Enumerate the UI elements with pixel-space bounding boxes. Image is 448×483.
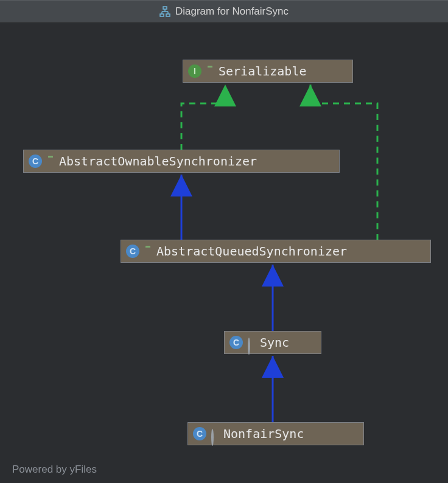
visibility-private-icon xyxy=(211,430,219,437)
visibility-package-icon xyxy=(144,248,152,255)
visibility-private-icon xyxy=(248,339,255,346)
inner-class-icon: C xyxy=(193,427,206,440)
diagram-icon xyxy=(159,6,170,17)
visibility-package-icon xyxy=(206,68,214,75)
node-label: AbstractOwnableSynchronizer xyxy=(59,154,257,169)
visibility-package-icon xyxy=(47,158,54,165)
node-serializable[interactable]: I Serializable xyxy=(183,60,353,83)
svg-rect-2 xyxy=(166,14,170,16)
inner-class-icon: C xyxy=(229,336,243,349)
node-label: AbstractQueuedSynchronizer xyxy=(156,244,347,259)
node-nonfairsync[interactable]: C NonfairSync xyxy=(187,422,364,445)
titlebar: Diagram for NonfairSync xyxy=(0,0,448,23)
node-abstract-queued-synchronizer[interactable]: C AbstractQueuedSynchronizer xyxy=(121,240,431,263)
interface-icon: I xyxy=(188,64,201,78)
node-abstract-ownable-synchronizer[interactable]: C AbstractOwnableSynchronizer xyxy=(23,150,340,173)
node-sync[interactable]: C Sync xyxy=(224,331,321,354)
class-icon: C xyxy=(29,155,42,168)
svg-rect-1 xyxy=(160,14,164,16)
node-label: Sync xyxy=(260,335,289,350)
class-icon: C xyxy=(126,245,139,258)
svg-rect-0 xyxy=(163,7,167,9)
diagram-canvas[interactable]: I Serializable C AbstractOwnableSynchron… xyxy=(0,23,448,483)
node-label: Serializable xyxy=(219,64,307,78)
titlebar-label: Diagram for NonfairSync xyxy=(175,5,289,18)
watermark: Powered by yFiles xyxy=(12,464,97,476)
node-label: NonfairSync xyxy=(223,426,304,441)
